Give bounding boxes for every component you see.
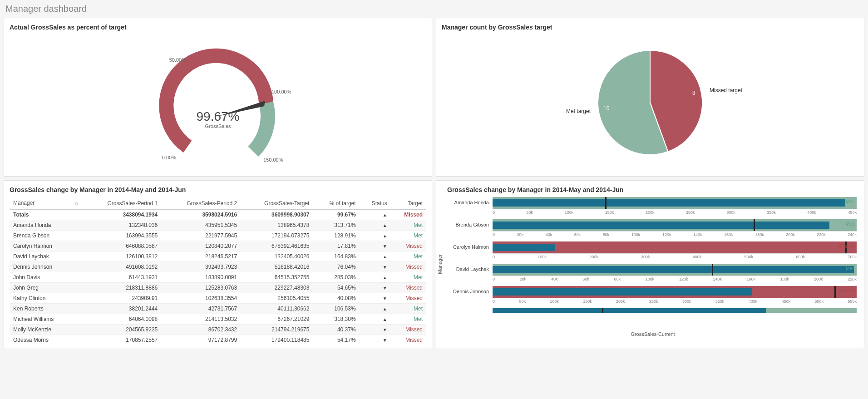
- table-cell: 318.30%: [313, 314, 359, 325]
- table-cell: [360, 283, 391, 293]
- axis-tick: 300k: [641, 255, 650, 259]
- sales-table[interactable]: Manager⌕GrossSales-Period 1GrossSales-Pe…: [10, 197, 426, 342]
- bar-row-partial[interactable]: [447, 308, 857, 313]
- table-cell: David Laychak: [10, 251, 82, 262]
- axis-tick: 100k: [550, 299, 559, 304]
- axis-tick: 0: [493, 255, 495, 259]
- table-cell: Missed: [391, 325, 426, 335]
- table-row[interactable]: John Davis61443.1931183890.009164515.352…: [10, 272, 426, 283]
- axis-tick: 300k: [726, 210, 735, 215]
- pie-title: Manager count by GrossSales target: [442, 24, 858, 31]
- bar-axis: 020k40k60k80k100k120k140k160k180k200k220…: [493, 276, 857, 285]
- table-cell: 17.81%: [313, 241, 359, 251]
- dashboard-grid: Actual GrossSales as percent of target 9…: [0, 18, 868, 352]
- table-header[interactable]: GrossSales-Period 2: [161, 197, 241, 210]
- table-cell: [360, 231, 391, 241]
- axis-tick: 20k: [520, 277, 527, 281]
- table-row[interactable]: Carolyn Halmon646088.0587120840.20776783…: [10, 241, 426, 251]
- table-header[interactable]: Status: [360, 197, 391, 210]
- arrow-up-icon: [383, 316, 387, 322]
- table-row[interactable]: Ken Roberts38201.244442731.756740111.306…: [10, 304, 426, 314]
- arrow-down-icon: [383, 264, 387, 270]
- axis-tick: 40k: [551, 277, 558, 281]
- table-cell: 128.91%: [313, 231, 359, 241]
- table-cell: Odessa Morris: [10, 335, 82, 343]
- bar-axis: 050k100k150k200k250k300k350k400k450k500k…: [493, 298, 857, 307]
- table-cell: Missed: [391, 241, 426, 251]
- table-cell: 106.53%: [313, 304, 359, 314]
- table-row[interactable]: Micheal Williams64064.0098214113.5032672…: [10, 314, 426, 325]
- table-cell: 163994.3555: [82, 231, 161, 241]
- table-row[interactable]: Brenda Gibson163994.3555221977.594517219…: [10, 231, 426, 241]
- table-cell: 516188.42016: [241, 262, 313, 272]
- gauge-mid-label: 50.00%: [169, 57, 187, 63]
- axis-tick: 180k: [780, 277, 789, 281]
- page-title: Manager dashboard: [0, 0, 868, 18]
- axis-tick: 400k: [749, 299, 758, 304]
- bar-row[interactable]: David LaychakMet020k40k60k80k100k120k140…: [447, 264, 857, 285]
- table-cell: [360, 251, 391, 262]
- table-row[interactable]: Odessa Morris170857.255797172.8799179400…: [10, 335, 426, 343]
- table-cell: 132348.036: [82, 220, 161, 231]
- axis-tick: 60k: [582, 277, 589, 281]
- table-cell: 435951.5345: [161, 220, 241, 231]
- pie-chart[interactable]: 8Missed target10Met target: [442, 34, 858, 171]
- table-cell: [360, 325, 391, 335]
- table-cell: Amanda Honda: [10, 220, 82, 231]
- table-cell: 214113.5032: [161, 314, 241, 325]
- bar-row[interactable]: Carolyn HalmonMissed0100k200k300k400k500…: [447, 241, 857, 263]
- bar-row[interactable]: Dennis JohnsonMissed050k100k150k200k250k…: [447, 286, 857, 307]
- table-row[interactable]: Amanda Honda132348.036435951.5345138965.…: [10, 220, 426, 231]
- table-cell: Micheal Williams: [10, 314, 82, 325]
- bar-row[interactable]: Amanda HondaMet050k100k150k200k250k300k3…: [447, 197, 857, 218]
- arrow-down-icon: [383, 295, 387, 301]
- bars-card: GrossSales change by Manager in 2014-May…: [436, 180, 864, 348]
- table-cell: 38201.2444: [82, 304, 161, 314]
- axis-tick: 0: [493, 277, 495, 281]
- table-cell: Missed: [391, 293, 426, 304]
- search-icon[interactable]: ⌕: [74, 200, 78, 207]
- table-header[interactable]: % of target: [313, 197, 359, 210]
- bars-chart[interactable]: Amanda HondaMet050k100k150k200k250k300k3…: [447, 197, 858, 333]
- table-cell: Carolyn Halmon: [10, 241, 82, 251]
- arrow-down-icon: [383, 326, 387, 333]
- arrow-down-icon: [383, 285, 387, 291]
- table-header[interactable]: Manager⌕: [10, 197, 82, 210]
- table-row[interactable]: David Laychak126100.3812218246.521713240…: [10, 251, 426, 262]
- table-header[interactable]: GrossSales-Period 1: [82, 197, 161, 210]
- gauge-card: Actual GrossSales as percent of target 9…: [4, 18, 432, 177]
- axis-tick: 550k: [848, 299, 857, 304]
- table-header[interactable]: GrossSales-Target: [241, 197, 313, 210]
- bar-target-marker: [834, 286, 836, 298]
- axis-tick: 150k: [605, 210, 614, 215]
- bar-axis: 020k40k60k80k100k120k140k160k180k200k220…: [493, 231, 857, 241]
- table-row[interactable]: Totals3438094.19343598024.59163609998.90…: [10, 210, 426, 220]
- axis-tick: 450k: [848, 210, 857, 215]
- table-cell: 218246.5217: [161, 251, 241, 262]
- table-header[interactable]: Target: [391, 197, 426, 210]
- axis-tick: 250k: [649, 299, 658, 304]
- table-row[interactable]: Dennis Johnson491608.0192392493.79235161…: [10, 262, 426, 272]
- bar-track: Met: [493, 197, 857, 209]
- bar-row[interactable]: Brenda GibsonMet020k40k60k80k100k120k140…: [447, 219, 857, 241]
- table-cell: [360, 220, 391, 231]
- bars-x-axis-label: GrossSales-Current: [447, 331, 858, 337]
- axis-tick: 350k: [715, 299, 725, 304]
- gauge-subtitle: GrossSales: [205, 123, 231, 129]
- table-cell: Brenda Gibson: [10, 231, 82, 241]
- table-cell: Missed: [391, 283, 426, 293]
- table-row[interactable]: John Greg218311.8886125283.0763229227.48…: [10, 283, 426, 293]
- bar-label: Amanda Honda: [447, 197, 493, 205]
- table-cell: 40111.30662: [241, 304, 313, 314]
- table-cell: Met: [391, 272, 426, 283]
- gauge-chart[interactable]: 99.67% GrossSales 0.00% 50.00% 100.00% 1…: [10, 34, 426, 171]
- table-row[interactable]: Molly McKenzie204565.923586702.343221479…: [10, 325, 426, 335]
- bar-target-marker: [605, 197, 607, 209]
- table-cell: Kathy Clinton: [10, 293, 82, 304]
- bar-track: Met: [493, 264, 857, 276]
- table-row[interactable]: Kathy Clinton243909.91102638.3554256105.…: [10, 293, 426, 304]
- table-cell: 243909.91: [82, 293, 161, 304]
- axis-tick: 100k: [631, 232, 641, 237]
- table-cell: Missed: [391, 210, 426, 220]
- axis-tick: 80k: [614, 277, 621, 281]
